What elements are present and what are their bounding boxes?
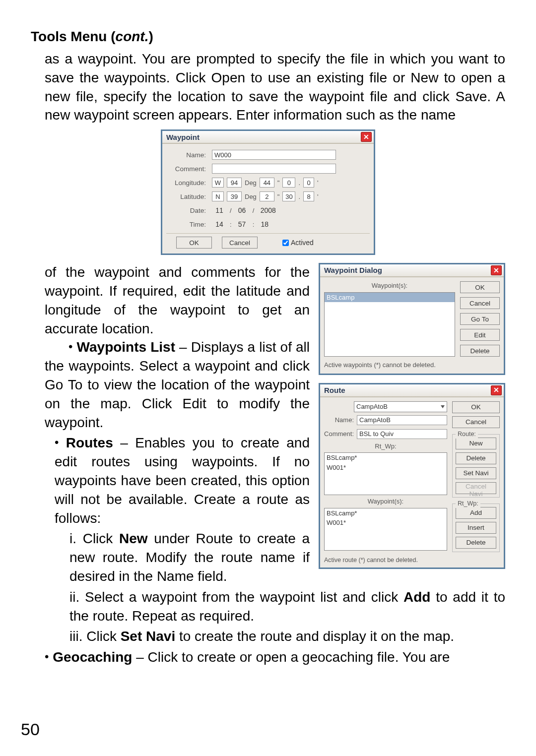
date-label: Date: [166,207,209,214]
waypoint-titlebar[interactable]: Waypoint ✕ [162,131,374,144]
goto-button[interactable]: Go To [460,313,500,325]
delete-button[interactable]: Delete [460,345,500,357]
heading-prefix: Tools Menu ( [31,29,116,44]
insert-button[interactable]: Insert [456,522,496,534]
close-icon[interactable]: ✕ [361,132,372,142]
step-ii-a: ii. Select a waypoint from the waypoint … [69,589,403,605]
cancel-button[interactable]: Cancel [452,416,500,428]
step-iii-a: iii. Click [69,629,121,644]
lat-label: Latitude: [166,193,209,200]
name-input[interactable] [212,150,336,160]
delete-rtwp-button[interactable]: Delete [456,537,496,549]
wpl-title: Waypoint Dialog [324,265,491,275]
ok-button[interactable]: OK [176,237,212,249]
time-s: 18 [257,220,272,228]
lat-deg-input[interactable] [227,191,242,201]
list-item[interactable]: BSLcamp* [325,508,447,518]
lon-frac-input[interactable] [303,178,314,188]
step-i-a: i. Click [69,531,119,546]
waypoint-dialog: Waypoint ✕ Name: Comment: Longitude: Deg… [161,129,375,255]
route-comment-label: Comment: [324,430,354,439]
apos-label-2: ' [317,193,318,200]
apos-label: ' [317,179,318,187]
step-ii-bold: Add [403,589,430,605]
edit-button[interactable]: Edit [460,329,500,341]
wpl-listbox[interactable]: BSLcamp [324,292,455,357]
bullet-icon: • [45,650,49,663]
cancel-navi-button[interactable]: Cancel Navi [456,482,496,494]
dot-label-2: . [298,193,300,200]
lon-hemi-input[interactable] [212,178,224,188]
lon-min-input[interactable] [260,178,274,188]
page-number: 50 [21,720,40,739]
lat-frac-input[interactable] [303,191,314,201]
lon-deg-input[interactable] [227,178,242,188]
slash-2: / [253,207,255,214]
lat-sec-input[interactable] [282,191,295,201]
quote-label-2: " [277,193,280,200]
close-icon[interactable]: ✕ [491,265,502,275]
slash-1: / [230,207,232,214]
route-footnote: Active route (*) cannot be deleted. [320,556,504,567]
wpl-heading: Waypoints List [77,339,175,355]
list-item[interactable]: BSLcamp* [325,453,447,463]
actived-checkbox-input[interactable] [282,240,289,246]
add-button[interactable]: Add [456,507,496,519]
list-item[interactable]: BSLcamp [325,293,455,303]
close-icon[interactable]: ✕ [491,385,502,395]
new-button[interactable]: New [456,438,496,449]
lat-min-input[interactable] [260,191,274,201]
quote-label: " [277,179,280,187]
step-i-bold: New [119,531,148,546]
lat-hemi-input[interactable] [212,191,224,201]
route-select[interactable]: CampAtoB [354,401,447,412]
set-navi-button[interactable]: Set Navi [456,467,496,479]
route-group-label: Route: [456,430,478,439]
step-iii-b: to create the route and display it on th… [175,629,454,644]
deg-label: Deg [245,179,257,187]
route-comment-input[interactable] [357,429,447,439]
time-label: Time: [166,221,209,228]
actived-label: Actived [291,239,314,247]
route-wp-listbox[interactable]: BSLcamp* W001* [324,508,447,551]
delete-button[interactable]: Delete [456,452,496,464]
ok-button[interactable]: OK [452,401,500,413]
actived-checkbox[interactable]: Actived [282,239,314,247]
heading-cont: cont. [116,29,149,44]
lon-label: Longitude: [166,179,209,187]
date-y: 2008 [257,206,279,214]
cancel-button[interactable]: Cancel [222,237,258,249]
heading-suffix: ) [148,29,153,44]
wpl-titlebar[interactable]: Waypoint Dialog ✕ [320,264,504,277]
step-iii-bold: Set Navi [121,629,176,644]
list-item[interactable]: W001* [325,518,447,528]
route-dialog: Route ✕ CampAtoB Name: Comment: [319,383,505,569]
dot-label: . [298,179,300,187]
list-item[interactable]: W001* [325,463,447,473]
geo-text: – Click to create or open a geocaching f… [132,649,450,665]
route-titlebar[interactable]: Route ✕ [320,384,504,397]
bullet-icon: • [55,436,59,449]
date-d: 06 [235,206,250,214]
lon-sec-input[interactable] [282,178,295,188]
colon-2: : [253,221,255,228]
comment-label: Comment: [166,165,209,173]
rtwp-label: Rt_Wp: [324,442,447,451]
route-name-input[interactable] [357,415,447,425]
paragraph-intro: as a waypoint. You are prompted to speci… [45,50,505,125]
time-m: 57 [235,220,250,228]
geo-heading: Geocaching [53,649,132,665]
deg-label-2: Deg [245,193,257,200]
ok-button[interactable]: OK [460,281,500,293]
paragraph-wp-desc: of the waypoint and comments for the way… [45,264,310,336]
route-title: Route [324,385,491,395]
wpl-list-header: Waypoint(s): [324,281,455,290]
cancel-button[interactable]: Cancel [460,297,500,309]
comment-input[interactable] [212,164,336,174]
rtwp-listbox[interactable]: BSLcamp* W001* [324,452,447,495]
route-name-label: Name: [324,416,354,425]
section-heading: Tools Menu (cont.) [31,29,505,45]
wpl-footnote: Active waypoints (*) cannot be deleted. [320,361,504,374]
time-h: 14 [212,220,227,228]
routes-heading: Routes [66,435,113,450]
